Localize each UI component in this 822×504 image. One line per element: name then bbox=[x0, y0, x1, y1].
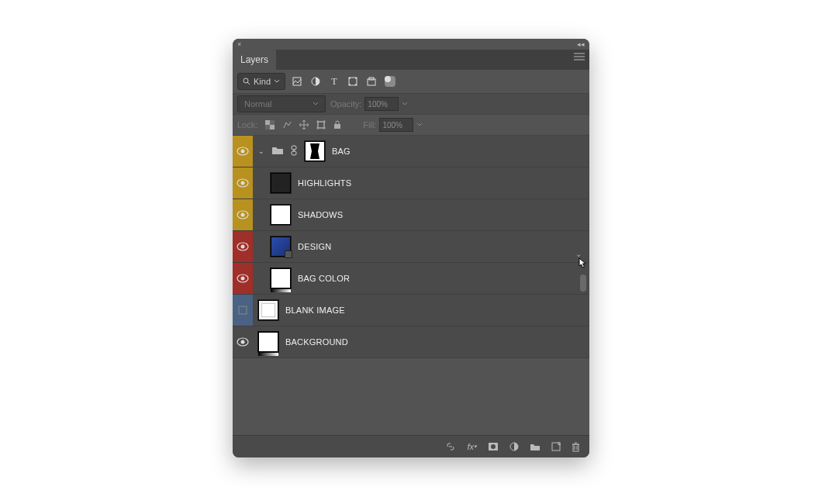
filter-kind-label: Kind bbox=[254, 77, 271, 86]
search-icon bbox=[243, 78, 250, 85]
layer-row[interactable]: BAG COLOR bbox=[233, 263, 589, 295]
layer-name[interactable]: BAG bbox=[332, 147, 351, 156]
layer-thumbnail[interactable] bbox=[270, 204, 292, 226]
folder-icon bbox=[271, 146, 284, 157]
svg-point-11 bbox=[349, 84, 351, 85]
svg-point-33 bbox=[241, 181, 245, 185]
fill-input[interactable] bbox=[379, 118, 413, 132]
layer-thumbnail[interactable] bbox=[270, 268, 292, 289]
blend-mode-label: Normal bbox=[244, 99, 271, 109]
mask-icon[interactable] bbox=[488, 442, 499, 451]
close-icon[interactable]: × bbox=[237, 40, 241, 48]
lock-bar: Lock: Fill: bbox=[233, 115, 589, 136]
layer-row[interactable]: SHADOWS bbox=[233, 199, 589, 231]
layer-thumbnail[interactable] bbox=[270, 236, 292, 257]
svg-rect-40 bbox=[239, 306, 247, 314]
disclosure-chevron-icon[interactable]: ⌄ bbox=[257, 147, 265, 155]
visibility-toggle[interactable] bbox=[233, 295, 253, 326]
filter-type-icon[interactable]: T bbox=[329, 76, 340, 87]
svg-point-42 bbox=[241, 340, 245, 344]
filter-pixel-icon[interactable] bbox=[292, 76, 302, 87]
svg-point-12 bbox=[355, 84, 357, 85]
layer-mask-thumbnail[interactable] bbox=[304, 140, 326, 162]
layer-thumbnail[interactable] bbox=[270, 172, 292, 194]
layer-row[interactable]: BLANK IMAGE bbox=[233, 295, 589, 326]
svg-text:T: T bbox=[331, 76, 337, 87]
layer-name[interactable]: BAG COLOR bbox=[298, 274, 350, 283]
layer-list: ⌄BAGHIGHLIGHTSSHADOWSDESIGNBAG COLORBLAN… bbox=[233, 136, 589, 358]
panel-titlebar: × ◂◂ bbox=[233, 39, 589, 50]
svg-point-10 bbox=[355, 78, 357, 79]
filter-toggle[interactable] bbox=[385, 76, 395, 87]
layer-row[interactable]: ⌄BAG bbox=[233, 136, 589, 167]
layer-name[interactable]: BLANK IMAGE bbox=[285, 306, 345, 315]
link-icon[interactable] bbox=[445, 443, 456, 450]
svg-point-28 bbox=[241, 150, 245, 154]
layer-thumbnail[interactable] bbox=[257, 299, 279, 321]
filter-adjustment-icon[interactable] bbox=[310, 76, 321, 87]
collapse-icon[interactable]: ◂◂ bbox=[577, 40, 585, 48]
opacity-input[interactable] bbox=[364, 97, 399, 111]
visibility-toggle[interactable] bbox=[233, 199, 253, 230]
layer-body[interactable]: ⌄BAG bbox=[253, 136, 589, 167]
group-icon[interactable] bbox=[530, 443, 541, 451]
chevron-down-icon bbox=[313, 101, 319, 107]
layer-body[interactable]: BACKGROUND bbox=[253, 326, 589, 357]
lock-all-icon[interactable] bbox=[333, 120, 341, 129]
trash-icon[interactable] bbox=[572, 442, 580, 452]
lock-artboard-icon[interactable] bbox=[316, 120, 326, 129]
layer-row[interactable]: DESIGN bbox=[233, 231, 589, 263]
layer-thumbnail[interactable] bbox=[257, 331, 279, 353]
svg-line-4 bbox=[247, 82, 250, 85]
visibility-toggle[interactable] bbox=[233, 263, 253, 294]
svg-point-37 bbox=[241, 245, 245, 249]
layer-name[interactable]: DESIGN bbox=[298, 242, 331, 251]
layer-body[interactable]: HIGHLIGHTS bbox=[253, 167, 589, 198]
opacity-label: Opacity: bbox=[330, 99, 361, 109]
visibility-toggle[interactable] bbox=[233, 136, 253, 167]
layer-name[interactable]: SHADOWS bbox=[298, 210, 343, 219]
link-icon bbox=[290, 145, 298, 157]
visibility-toggle[interactable] bbox=[233, 167, 253, 198]
svg-rect-21 bbox=[318, 122, 324, 128]
chevron-down-icon bbox=[274, 78, 280, 85]
layer-row[interactable]: HIGHLIGHTS bbox=[233, 167, 589, 199]
svg-rect-15 bbox=[265, 120, 270, 125]
layer-body[interactable]: SHADOWS bbox=[253, 199, 589, 230]
layer-row[interactable]: BACKGROUND bbox=[233, 326, 589, 358]
blend-bar: Normal Opacity: bbox=[233, 94, 589, 115]
tab-layers[interactable]: Layers bbox=[233, 50, 276, 70]
blend-mode-dropdown[interactable]: Normal bbox=[237, 95, 326, 112]
tab-bar-spacer bbox=[276, 50, 589, 70]
filter-kind-dropdown[interactable]: Kind bbox=[237, 73, 285, 90]
layer-body[interactable]: BLANK IMAGE bbox=[253, 295, 589, 326]
filter-shape-icon[interactable] bbox=[347, 76, 358, 87]
layer-body[interactable]: DESIGN bbox=[253, 231, 589, 262]
panel-menu-icon[interactable] bbox=[574, 53, 585, 60]
svg-point-35 bbox=[241, 213, 245, 217]
visibility-toggle[interactable] bbox=[233, 326, 253, 357]
scrollbar-thumb[interactable] bbox=[580, 274, 586, 292]
lock-image-icon[interactable] bbox=[282, 120, 292, 129]
new-layer-icon[interactable] bbox=[551, 442, 561, 451]
lock-icons bbox=[265, 120, 341, 129]
filter-bar: Kind T bbox=[233, 70, 589, 94]
lock-position-icon[interactable] bbox=[299, 120, 309, 129]
chevron-down-icon[interactable] bbox=[402, 101, 408, 107]
filter-smartobject-icon[interactable] bbox=[366, 76, 377, 87]
svg-rect-18 bbox=[265, 125, 270, 129]
svg-point-39 bbox=[241, 277, 245, 281]
adjustment-layer-icon[interactable] bbox=[509, 442, 519, 451]
layer-body[interactable]: BAG COLOR bbox=[253, 263, 589, 294]
layer-name[interactable]: HIGHLIGHTS bbox=[298, 178, 351, 188]
layers-panel: × ◂◂ Layers Kind T Normal Opacity: bbox=[233, 39, 589, 457]
svg-point-9 bbox=[349, 78, 351, 79]
panel-footer: fx▾ bbox=[233, 435, 589, 457]
lock-transparent-icon[interactable] bbox=[265, 120, 275, 129]
chevron-down-icon[interactable] bbox=[416, 122, 423, 128]
fx-icon[interactable]: fx▾ bbox=[467, 442, 477, 451]
svg-rect-5 bbox=[293, 78, 301, 85]
visibility-toggle[interactable] bbox=[233, 231, 253, 262]
layer-name[interactable]: BACKGROUND bbox=[285, 337, 348, 347]
fill-label: Fill: bbox=[363, 120, 376, 129]
